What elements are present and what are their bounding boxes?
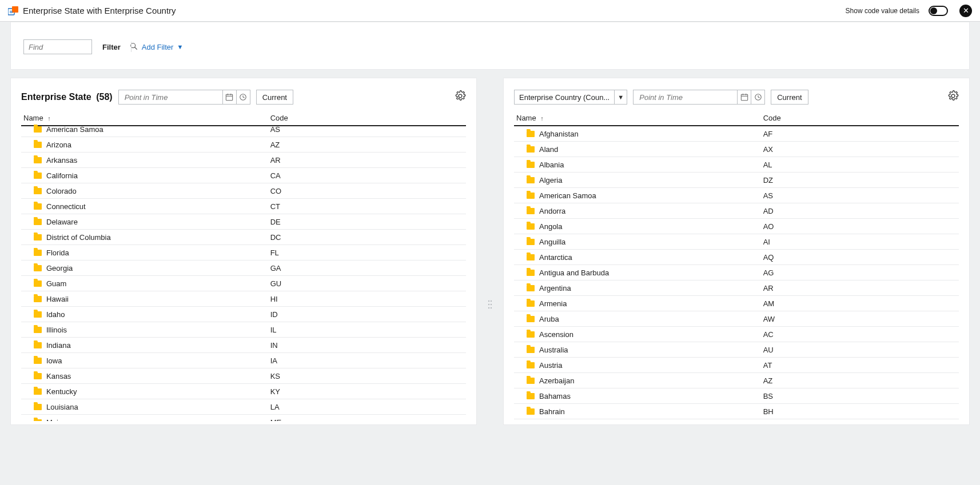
row-name-value: Maine [46,418,66,422]
table-row[interactable]: AustriaAT [514,358,959,373]
row-name-value: Connecticut [46,202,86,211]
table-row[interactable]: ArkansasAR [21,153,466,168]
table-row[interactable]: GeorgiaGA [21,260,466,276]
left-point-in-time-input[interactable] [118,90,250,105]
left-table-body[interactable]: American SamoaASArizonaAZArkansasARCalif… [21,122,472,421]
table-row[interactable]: KansasKS [21,368,466,384]
svg-line-5 [135,47,137,49]
row-name-cell: Algeria [514,176,763,185]
table-row[interactable]: AzerbaijanAZ [514,373,959,388]
table-row[interactable]: ArizonaAZ [21,137,466,153]
row-name-value: Illinois [46,326,67,334]
header-bar: Enterprise State with Enterprise Country… [0,0,980,22]
clock-icon[interactable] [751,90,764,104]
table-row[interactable]: AscensionAC [514,327,959,342]
row-name-value: Argentina [539,284,571,292]
table-row[interactable]: AlgeriaDZ [514,173,959,188]
right-entity-dropdown[interactable]: Enterprise Country (Coun... ▼ [514,90,627,105]
right-col-name-header[interactable]: Name ↑ [514,114,763,122]
table-row[interactable]: GuamGU [21,276,466,291]
left-current-button[interactable]: Current [256,90,293,105]
table-row[interactable]: KentuckyKY [21,384,466,399]
right-panel-toolbar: Enterprise Country (Coun... ▼ Current [514,90,959,105]
row-name-value: Antarctica [539,253,572,262]
row-code-cell: DZ [763,176,959,185]
right-settings-button[interactable] [947,90,959,105]
table-row[interactable]: AfghanistanAF [514,126,959,142]
table-row[interactable]: IowaIA [21,353,466,368]
folder-icon [34,234,42,241]
left-point-in-time-field[interactable] [124,93,222,102]
right-point-in-time-field[interactable] [638,93,737,102]
add-filter-label: Add Filter [142,43,174,51]
table-row[interactable]: BahrainBH [514,404,959,419]
row-name-value: Azerbaijan [539,376,574,385]
folder-icon [34,296,42,302]
table-row[interactable]: FloridaFL [21,245,466,260]
svg-line-25 [758,97,760,98]
row-code-cell: AF [763,130,959,138]
table-row[interactable]: DelawareDE [21,214,466,230]
folder-icon [34,327,42,333]
table-row[interactable]: ConnecticutCT [21,199,466,214]
calendar-icon[interactable] [222,90,236,104]
row-name-cell: Arkansas [21,156,270,165]
table-row[interactable]: Antigua and BarbudaAG [514,265,959,280]
show-details-toggle[interactable] [929,6,948,16]
table-row[interactable]: AlbaniaAL [514,157,959,173]
app-icon [8,6,17,15]
split-resize-handle[interactable] [485,78,495,485]
table-row[interactable]: ArgentinaAR [514,280,959,296]
table-row[interactable]: AntarcticaAQ [514,250,959,265]
right-col-code-header[interactable]: Code [763,114,959,122]
table-row[interactable]: District of ColumbiaDC [21,230,466,245]
folder-icon [527,239,535,245]
table-row[interactable]: American SamoaAS [21,122,466,137]
right-point-in-time-input[interactable] [633,90,765,105]
clock-icon[interactable] [236,90,250,104]
table-row[interactable]: AndorraAD [514,203,959,219]
svg-rect-3 [10,12,13,13]
right-current-button[interactable]: Current [771,90,808,105]
calendar-icon[interactable] [737,90,751,104]
table-row[interactable]: AngolaAO [514,219,959,234]
filter-label: Filter [102,43,121,51]
table-row[interactable]: American SamoaAS [514,188,959,203]
table-row[interactable]: IndianaIN [21,338,466,353]
table-row[interactable]: IdahoID [21,307,466,322]
folder-icon [527,378,535,384]
table-row[interactable]: ColoradoCO [21,183,466,199]
row-code-cell: AQ [763,253,959,262]
close-button[interactable]: ✕ [959,5,972,17]
row-code-cell: DC [270,233,466,242]
folder-icon [34,173,42,179]
table-row[interactable]: AnguillaAI [514,234,959,250]
table-row[interactable]: ArmeniaAM [514,296,959,311]
find-input-wrapper[interactable] [23,39,92,54]
right-table-body[interactable]: AfghanistanAFAlandAXAlbaniaALAlgeriaDZAm… [514,126,965,421]
table-row[interactable]: CaliforniaCA [21,168,466,183]
row-name-cell: American Samoa [21,125,270,134]
folder-icon [34,419,42,422]
table-row[interactable]: BahamasBS [514,388,959,404]
left-col-name-header[interactable]: Name ↑ [21,114,270,122]
table-row[interactable]: AustraliaAU [514,342,959,358]
table-row[interactable]: ArubaAW [514,311,959,327]
svg-point-16 [491,303,492,304]
table-row[interactable]: MaineME [21,415,466,421]
row-name-value: Florida [46,248,69,257]
folder-icon [527,331,535,338]
table-row[interactable]: AlandAX [514,142,959,157]
table-row[interactable]: HawaiiHI [21,291,466,307]
page-title: Enterprise State with Enterprise Country [23,6,176,15]
left-col-code-header[interactable]: Code [270,114,466,122]
row-name-cell: Andorra [514,207,763,215]
row-name-value: Kentucky [46,387,77,396]
folder-icon [527,177,535,183]
chevron-down-icon: ▼ [177,43,183,50]
row-name-cell: Delaware [21,218,270,226]
left-settings-button[interactable] [455,90,466,105]
add-filter-button[interactable]: Add Filter ▼ [142,43,184,51]
table-row[interactable]: LouisianaLA [21,399,466,415]
table-row[interactable]: IllinoisIL [21,322,466,338]
